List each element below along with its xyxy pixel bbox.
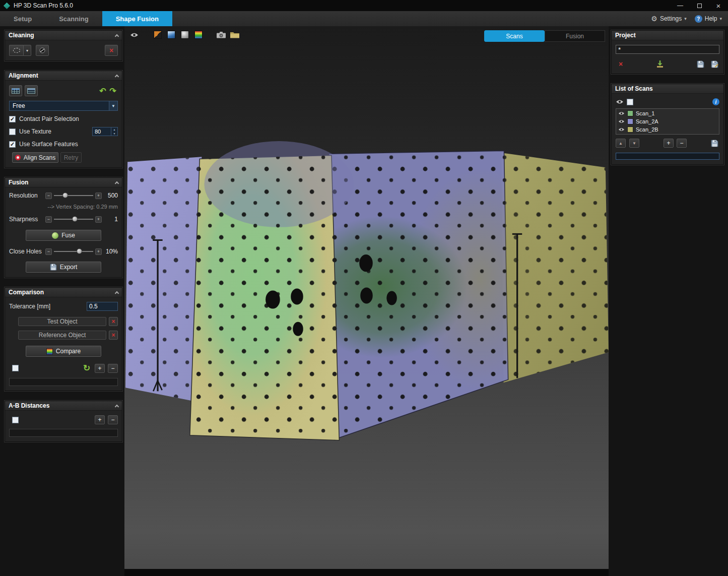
tab-setup[interactable]: Setup <box>0 11 45 26</box>
slider-track[interactable] <box>54 251 93 252</box>
scan-list-item[interactable]: Scan_2A <box>617 117 718 125</box>
select-all-scans-checkbox[interactable] <box>627 99 633 105</box>
selection-tool-split-button[interactable]: ▾ <box>9 45 31 56</box>
resolution-slider[interactable]: − + <box>45 193 102 199</box>
maximize-button[interactable] <box>690 0 709 11</box>
texture-threshold-field[interactable] <box>93 127 111 136</box>
remove-comparison-button[interactable]: − <box>108 364 118 373</box>
delete-project-button[interactable]: × <box>616 59 626 69</box>
load-project-button[interactable] <box>655 59 665 69</box>
comparison-header[interactable]: Comparison <box>5 288 122 297</box>
slider-plus-button[interactable]: + <box>95 193 102 199</box>
slider-minus-button[interactable]: − <box>45 193 52 199</box>
alignment-header[interactable]: Alignment <box>5 71 122 81</box>
slider-thumb[interactable] <box>77 248 82 254</box>
test-object-button[interactable]: Test Object <box>18 317 106 326</box>
eye-icon[interactable] <box>618 111 625 115</box>
tab-shape-fusion[interactable]: Shape Fusion <box>102 11 172 26</box>
export-button[interactable]: Export <box>26 262 101 273</box>
use-texture-checkbox[interactable] <box>9 129 16 135</box>
scan-listbox[interactable]: Scan_1 Scan_2A Scan_2B <box>616 108 719 135</box>
help-menu[interactable]: ? Help ▾ <box>695 15 722 23</box>
ab-distances-list-field[interactable] <box>9 429 118 437</box>
align-scans-button[interactable]: Align Scans <box>12 152 58 163</box>
retry-button[interactable]: Retry <box>60 152 82 163</box>
comparison-list-field[interactable] <box>9 378 118 386</box>
collapse-chevron-icon[interactable] <box>115 404 119 408</box>
shaded-view-button[interactable] <box>166 30 176 39</box>
lasso-select-button[interactable] <box>9 45 23 56</box>
align-table-button-2[interactable] <box>25 85 38 96</box>
scan-color-swatch[interactable] <box>627 118 633 124</box>
slider-thumb[interactable] <box>72 216 78 222</box>
close-holes-slider[interactable]: − + <box>45 248 102 255</box>
ab-visibility-checkbox[interactable] <box>12 417 19 423</box>
collapse-chevron-icon[interactable] <box>115 34 119 38</box>
toggle-visibility-button[interactable] <box>129 30 139 39</box>
align-table-button-1[interactable] <box>9 85 22 96</box>
scan-list-item[interactable]: Scan_1 <box>617 109 718 117</box>
settings-menu[interactable]: ⚙ Settings ▾ <box>651 15 686 23</box>
eye-icon[interactable] <box>618 127 625 132</box>
save-scan-button[interactable] <box>709 138 719 148</box>
scans-view-button[interactable]: Scans <box>484 30 545 42</box>
slider-thumb[interactable] <box>62 193 68 198</box>
move-scan-down-button[interactable]: ▼ <box>629 139 639 148</box>
grayscale-view-button[interactable] <box>180 30 189 39</box>
slider-plus-button[interactable]: + <box>95 216 102 223</box>
refresh-comparison-button[interactable]: ↻ <box>82 363 92 373</box>
comparison-visibility-checkbox[interactable] <box>12 365 19 371</box>
alignment-mode-dropdown[interactable]: Free ▼ <box>9 101 118 111</box>
info-icon[interactable]: i <box>712 98 719 105</box>
move-scan-up-button[interactable]: ▲ <box>616 139 626 148</box>
save-project-button[interactable] <box>695 59 705 69</box>
minimize-button[interactable]: — <box>671 0 690 11</box>
clean-tool-button[interactable] <box>36 45 49 56</box>
texture-threshold-input[interactable]: ▲ ▼ <box>92 127 118 136</box>
eye-icon[interactable] <box>616 99 624 104</box>
collapse-chevron-icon[interactable] <box>115 74 119 78</box>
selection-tool-dropdown[interactable]: ▾ <box>23 45 31 56</box>
slider-plus-button[interactable]: + <box>95 248 102 255</box>
tab-scanning[interactable]: Scanning <box>45 11 102 26</box>
slider-track[interactable] <box>54 219 93 220</box>
use-surface-features-checkbox[interactable]: ✓ <box>9 141 16 148</box>
fusion-view-button[interactable]: Fusion <box>545 30 605 42</box>
texture-view-button[interactable] <box>153 30 162 39</box>
add-ab-distance-button[interactable]: + <box>95 415 105 424</box>
dropdown-arrow-icon[interactable]: ▼ <box>109 101 117 110</box>
fusion-header[interactable]: Fusion <box>5 178 122 187</box>
3d-scan-render[interactable] <box>124 26 609 576</box>
3d-viewport[interactable]: Scans Fusion <box>124 26 609 576</box>
scan-color-swatch[interactable] <box>627 110 633 116</box>
project-header[interactable]: Project <box>612 31 723 40</box>
undo-button[interactable]: ↶ <box>98 86 108 96</box>
close-button[interactable]: × <box>709 0 728 11</box>
cleaning-header[interactable]: Cleaning <box>5 31 122 40</box>
open-screenshot-folder-button[interactable] <box>230 30 239 39</box>
spin-up-icon[interactable]: ▲ <box>111 127 117 132</box>
color-view-button[interactable] <box>193 30 203 39</box>
list-of-scans-header[interactable]: List of Scans <box>612 84 723 94</box>
add-scan-button[interactable]: + <box>664 139 674 148</box>
remove-ab-distance-button[interactable]: − <box>108 415 118 424</box>
tolerance-input[interactable] <box>87 302 118 311</box>
compare-button[interactable]: Compare <box>26 346 101 357</box>
slider-track[interactable] <box>54 195 93 196</box>
collapse-chevron-icon[interactable] <box>115 291 119 295</box>
fuse-button[interactable]: Fuse <box>26 230 101 241</box>
remove-scan-button[interactable]: − <box>677 139 687 148</box>
ab-distances-header[interactable]: A-B Distances <box>5 401 122 411</box>
screenshot-button[interactable] <box>216 30 226 39</box>
eye-icon[interactable] <box>618 119 625 123</box>
redo-button[interactable]: ↷ <box>108 86 118 96</box>
slider-minus-button[interactable]: − <box>45 216 52 223</box>
sharpness-slider[interactable]: − + <box>45 216 102 223</box>
clear-reference-object-button[interactable]: × <box>109 331 118 340</box>
delete-selection-button[interactable]: × <box>105 45 118 56</box>
number-spinner[interactable]: ▲ ▼ <box>111 127 117 136</box>
collapse-chevron-icon[interactable] <box>115 181 119 185</box>
clear-test-object-button[interactable]: × <box>109 317 118 326</box>
scan-color-swatch[interactable] <box>627 126 633 133</box>
reference-object-button[interactable]: Reference Object <box>18 331 106 340</box>
